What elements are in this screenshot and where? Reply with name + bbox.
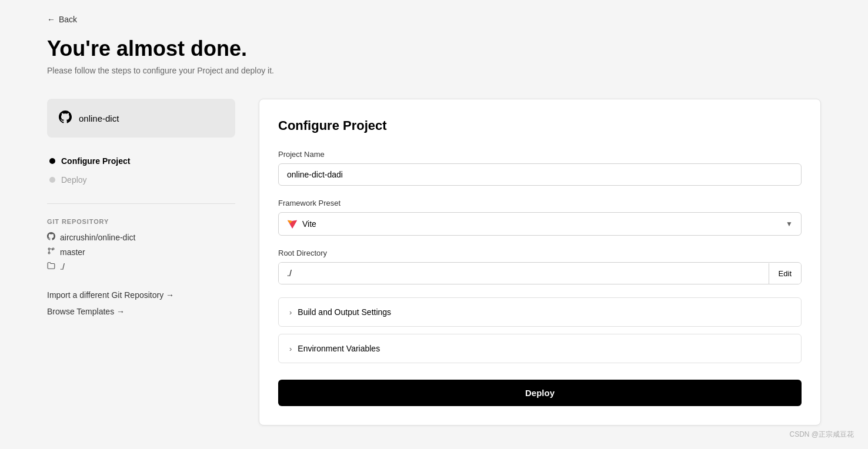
step-label-deploy: Deploy (61, 175, 87, 185)
framework-value: Vite (302, 219, 316, 229)
repo-card-name: online-dict (79, 113, 119, 123)
configure-title: Configure Project (278, 118, 802, 133)
repo-card: online-dict (47, 99, 235, 138)
back-link[interactable]: ← Back (47, 15, 77, 24)
git-branch-name: master (60, 247, 85, 257)
configure-panel: Configure Project Project Name Framework… (259, 99, 821, 425)
back-arrow-icon: ← (47, 15, 55, 24)
browse-templates-link[interactable]: Browse Templates → (47, 307, 235, 316)
branch-icon (47, 247, 55, 257)
git-section-title: GIT REPOSITORY (47, 218, 235, 225)
root-directory-wrapper: Edit (278, 262, 802, 284)
step-dot-configure (49, 158, 55, 164)
root-directory-input[interactable] (279, 263, 769, 284)
vite-icon (287, 219, 298, 229)
framework-preset-label: Framework Preset (278, 199, 802, 207)
framework-select[interactable]: Vite ▼ (278, 212, 802, 236)
git-info: aircrushin/online-dict (47, 232, 235, 272)
step-dot-deploy (49, 177, 55, 183)
env-vars-header[interactable]: › Environment Variables (279, 334, 801, 363)
git-section: GIT REPOSITORY aircrushin/online-dict (47, 218, 235, 272)
github-small-icon (47, 232, 55, 242)
git-repo-item: aircrushin/online-dict (47, 232, 235, 242)
edit-button[interactable]: Edit (769, 263, 801, 284)
git-directory-item: ./ (47, 262, 235, 272)
project-name-label: Project Name (278, 150, 802, 159)
back-label: Back (59, 15, 77, 24)
root-directory-group: Root Directory Edit (278, 249, 802, 284)
git-directory-path: ./ (60, 262, 65, 272)
project-name-group: Project Name (278, 150, 802, 186)
step-configure: Configure Project (49, 156, 235, 166)
step-deploy: Deploy (49, 175, 235, 185)
git-repo-name: aircrushin/online-dict (60, 233, 135, 242)
build-settings-section: › Build and Output Settings (278, 297, 802, 327)
git-branch-item: master (47, 247, 235, 257)
chevron-right-build-icon: › (289, 308, 292, 317)
project-name-input[interactable] (278, 163, 802, 186)
svg-point-1 (48, 252, 50, 254)
step-label-configure: Configure Project (61, 156, 130, 166)
github-icon (59, 110, 72, 126)
chevron-right-env-icon: › (289, 344, 292, 353)
env-vars-label: Environment Variables (298, 344, 380, 353)
page-title: You're almost done. (47, 36, 821, 61)
chevron-down-icon: ▼ (786, 220, 793, 228)
deploy-button[interactable]: Deploy (278, 380, 802, 406)
build-settings-header[interactable]: › Build and Output Settings (279, 298, 801, 326)
links-section: Import a different Git Repository → Brow… (47, 290, 235, 316)
framework-preset-group: Framework Preset Vite ▼ (278, 199, 802, 236)
divider (47, 203, 235, 204)
build-settings-label: Build and Output Settings (298, 307, 391, 317)
steps-list: Configure Project Deploy (47, 156, 235, 185)
left-panel: online-dict Configure Project Deploy GIT… (47, 99, 235, 316)
folder-icon (47, 262, 55, 272)
env-vars-section: › Environment Variables (278, 334, 802, 363)
page-subtitle: Please follow the steps to configure you… (47, 66, 821, 75)
root-directory-label: Root Directory (278, 249, 802, 257)
import-different-repo-link[interactable]: Import a different Git Repository → (47, 290, 235, 300)
svg-point-0 (48, 248, 50, 250)
watermark: CSDN @正宗咸豆花 (789, 430, 854, 440)
